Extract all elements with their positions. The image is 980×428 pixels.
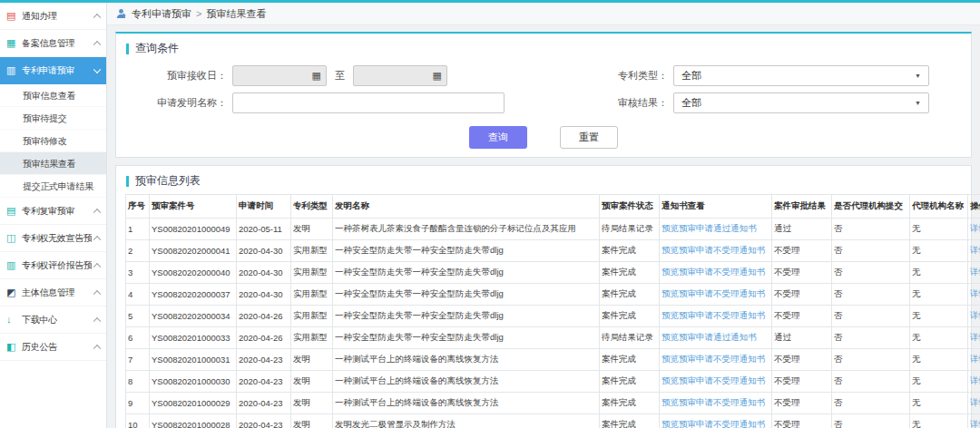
detail-link[interactable]: 详情	[970, 419, 980, 428]
chevron-up-icon	[93, 235, 101, 242]
detail-link[interactable]: 详情	[970, 332, 980, 342]
sidebar-item-filing-info-mgmt[interactable]: ▦备案信息管理	[0, 30, 106, 57]
notice-preview-link[interactable]: 预览预审申请通过通知书	[662, 223, 757, 233]
cell-notice-view: 预览预审申请不受理通知书	[660, 284, 772, 306]
body-wrap: ▤通知办理▦备案信息管理▥专利申请预审预审信息查看预审待提交预审待修改预审结果查…	[0, 3, 980, 428]
chevron-up-icon	[93, 344, 101, 351]
detail-link[interactable]: 详情	[970, 354, 980, 364]
sidebar-item-label: 专利权无效宣告预审	[22, 232, 92, 245]
cell-patent-type: 发明	[291, 371, 333, 393]
sidebar-subitem-preexam-info-view[interactable]: 预审信息查看	[0, 84, 106, 107]
calendar-icon[interactable]: ▦	[433, 71, 442, 81]
sidebar-subitem-preexam-pending-modify[interactable]: 预审待修改	[0, 130, 106, 152]
announcement-icon: ◧	[6, 342, 19, 352]
detail-link[interactable]: 详情	[970, 267, 980, 277]
cell-notice-view: 预览预审申请不受理通知书	[660, 371, 772, 393]
patent-type-select[interactable]: 全部 ▼	[673, 65, 929, 86]
sidebar-item-download-center[interactable]: ↓下载中心	[0, 306, 106, 334]
cell-invention-name: 一种茶树表儿茶素没食子酸酯含量连锁的分子标记位点及其应用	[333, 219, 600, 240]
list-panel: 预审信息列表 序号预审案件号申请时间专利类型发明名称预审案件状态通知书查看案件审…	[115, 165, 972, 428]
cell-invention-name: 一种安全型防走失带一种安全型防走失带dljg	[333, 284, 600, 306]
calendar-icon[interactable]: ▦	[312, 71, 321, 81]
cell-case-status: 案件完成	[600, 306, 660, 327]
sidebar-item-label: 备案信息管理	[22, 37, 74, 50]
cell-operation: 详情	[968, 284, 980, 306]
notice-preview-link[interactable]: 预览预审申请不受理通知书	[662, 397, 765, 407]
cell-notice-view: 预览预审申请不受理通知书	[660, 414, 772, 428]
sidebar-item-label: 专利申请预审	[22, 64, 74, 77]
receive-date-to-input[interactable]: ▦	[353, 65, 447, 86]
query-title-text: 查询条件	[135, 41, 179, 56]
content-area: 查询条件 预审接收日： ▦ 至 ▦	[107, 25, 980, 428]
notice-preview-link[interactable]: 预览预审申请不受理通知书	[662, 375, 765, 385]
breadcrumb-parent[interactable]: 专利申请预审	[132, 7, 191, 21]
detail-link[interactable]: 详情	[970, 310, 980, 320]
reset-button[interactable]: 重置	[560, 126, 618, 149]
list-panel-title: 预审信息列表	[125, 166, 962, 194]
receive-date-from-input[interactable]: ▦	[232, 65, 327, 86]
cell-invention-name: 一种安全型防走失带一种安全型防走失带dljg	[333, 262, 600, 284]
table-row: 5YS008202020000342020-04-26实用新型一种安全型防走失带…	[126, 306, 980, 327]
notice-preview-link[interactable]: 预览预审申请不受理通知书	[662, 288, 765, 298]
patent-type-value: 全部	[681, 69, 701, 83]
sidebar-subitem-preexam-pending-submit[interactable]: 预审待提交	[0, 107, 106, 130]
cell-case-status: 案件完成	[600, 371, 660, 393]
detail-link[interactable]: 详情	[970, 245, 980, 255]
sidebar-subitem-preexam-result-view[interactable]: 预审结果查看	[0, 152, 106, 175]
sidebar-item-patent-reexam-preexam[interactable]: ▤专利复审预审	[0, 198, 106, 225]
cell-apply-date: 2020-04-26	[237, 327, 291, 349]
cell-apply-date: 2020-04-23	[237, 414, 291, 428]
cell-operation: 详情	[968, 414, 980, 428]
search-button[interactable]: 查询	[469, 126, 527, 149]
query-form-row-2: 申请发明名称： 审核结果： 全部 ▼	[116, 89, 971, 116]
cell-approval-result: 通过	[772, 219, 832, 240]
detail-link[interactable]: 详情	[970, 223, 980, 233]
cell-agency-submitted: 否	[832, 327, 910, 349]
title-accent-bar	[126, 44, 129, 54]
table-row: 1YS008202010000492020-05-11发明一种茶树表儿茶素没食子…	[126, 219, 980, 240]
cell-case-status: 待局结果记录	[600, 327, 660, 349]
sidebar-item-history-announcement[interactable]: ◧历史公告	[0, 334, 106, 361]
cell-patent-type: 发明	[291, 349, 333, 371]
detail-link[interactable]: 详情	[970, 397, 980, 407]
invalid-declare-icon: ◫	[6, 233, 19, 243]
notice-preview-link[interactable]: 预览预审申请不受理通知书	[662, 419, 765, 428]
notice-preview-link[interactable]: 预览预审申请通过通知书	[662, 332, 757, 342]
cell-agency-name: 无	[910, 349, 968, 371]
audit-result-select[interactable]: 全部 ▼	[673, 92, 929, 113]
sidebar-item-patent-invalid-preexam[interactable]: ◫专利权无效宣告预审	[0, 225, 106, 252]
detail-link[interactable]: 详情	[970, 375, 980, 385]
download-icon: ↓	[6, 315, 19, 325]
cell-patent-type: 发明	[291, 393, 333, 414]
cell-no: 10	[126, 414, 150, 428]
sidebar-subitem-submit-formal-application-result[interactable]: 提交正式申请结果	[0, 175, 106, 198]
cell-approval-result: 不受理	[772, 284, 832, 306]
notice-preview-link[interactable]: 预览预审申请不受理通知书	[662, 354, 765, 364]
notice-preview-link[interactable]: 预览预审申请不受理通知书	[662, 310, 765, 320]
cell-operation: 详情	[968, 306, 980, 327]
cell-approval-result: 通过	[772, 327, 832, 349]
title-accent-bar	[126, 176, 129, 187]
cell-notice-view: 预览预审申请不受理通知书	[660, 240, 772, 262]
cell-approval-result: 不受理	[772, 240, 832, 262]
sidebar: ▤通知办理▦备案信息管理▥专利申请预审预审信息查看预审待提交预审待修改预审结果查…	[0, 3, 107, 428]
sidebar-item-subject-info-mgmt[interactable]: ◩主体信息管理	[0, 279, 106, 306]
notice-preview-link[interactable]: 预览预审申请不受理通知书	[662, 267, 765, 277]
audit-result-value: 全部	[681, 96, 701, 110]
notice-preview-link[interactable]: 预览预审申请不受理通知书	[662, 245, 765, 255]
cell-no: 3	[126, 262, 150, 284]
cell-no: 7	[126, 349, 150, 371]
sidebar-item-notification-handling[interactable]: ▤通知办理	[0, 3, 106, 30]
cell-operation: 详情	[968, 219, 980, 240]
col-header-approval-result: 案件审批结果	[772, 195, 832, 219]
detail-link[interactable]: 详情	[970, 288, 980, 298]
sidebar-item-patent-evaluation-report-preexam[interactable]: ▥专利权评价报告预审	[0, 252, 106, 279]
reexam-icon: ▤	[6, 206, 19, 216]
chevron-up-icon	[93, 289, 101, 297]
col-header-no: 序号	[126, 195, 150, 219]
col-header-case-status: 预审案件状态	[600, 195, 660, 219]
invention-name-input[interactable]	[232, 92, 505, 113]
sidebar-item-patent-application-preexam[interactable]: ▥专利申请预审	[0, 57, 106, 84]
filing-folder-icon: ▦	[6, 38, 19, 48]
cell-patent-type: 发明	[291, 414, 333, 428]
